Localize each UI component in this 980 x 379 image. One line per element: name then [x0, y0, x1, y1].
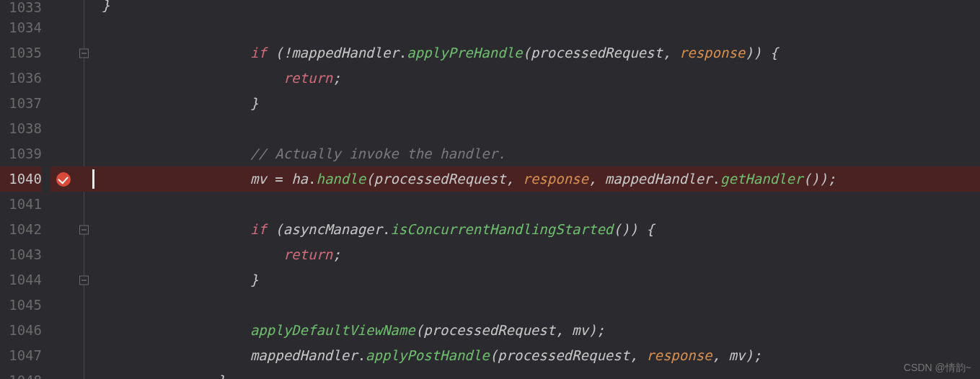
code-line[interactable]: applyDefaultViewName(processedRequest, m…	[96, 318, 980, 343]
code-line[interactable]: }	[96, 0, 980, 15]
line-number: 1043	[0, 242, 42, 267]
breakpoint-gutter[interactable]	[50, 0, 78, 379]
code-line[interactable]	[96, 15, 980, 40]
line-number: 1044	[0, 267, 42, 293]
code-line[interactable]	[96, 293, 980, 318]
fold-gutter[interactable]	[78, 0, 92, 379]
caret-column	[92, 0, 96, 379]
line-number: 1038	[0, 116, 42, 141]
line-number: 1037	[0, 91, 42, 116]
line-number: 1039	[0, 141, 42, 166]
watermark-label: CSDN @情韵~	[904, 362, 971, 375]
line-number: 1042	[0, 217, 42, 242]
line-number: 1048	[0, 368, 42, 379]
code-editor[interactable]: 1033 1034 1035 1036 1037 1038 1039 1040 …	[0, 0, 980, 379]
code-line[interactable]: // Actually invoke the handler.	[96, 141, 980, 166]
code-line[interactable]: return;	[96, 66, 980, 91]
line-number: 1036	[0, 66, 42, 91]
fold-marker-icon[interactable]	[79, 48, 89, 58]
line-number: 1047	[0, 343, 42, 368]
code-line[interactable]: }	[96, 368, 980, 379]
line-number: 1035	[0, 40, 42, 66]
code-line[interactable]: mv = ha.handle(processedRequest, respons…	[96, 166, 980, 192]
code-line[interactable]: }	[96, 267, 980, 293]
code-area[interactable]: } if (!mappedHandler.applyPreHandle(proc…	[96, 0, 980, 379]
line-number: 1045	[0, 293, 42, 318]
breakpoint-icon[interactable]	[56, 172, 71, 187]
line-number: 1046	[0, 318, 42, 343]
fold-marker-icon[interactable]	[79, 275, 89, 285]
text-caret-icon	[92, 169, 94, 189]
line-number: 1041	[0, 192, 42, 217]
code-line[interactable]	[96, 192, 980, 217]
code-line[interactable]	[96, 116, 980, 141]
code-line[interactable]: if (!mappedHandler.applyPreHandle(proces…	[96, 40, 980, 66]
line-number: 1034	[0, 15, 42, 40]
fold-marker-icon[interactable]	[79, 225, 89, 234]
line-number: 1040	[0, 166, 42, 192]
code-line[interactable]: return;	[96, 242, 980, 267]
line-number-gutter: 1033 1034 1035 1036 1037 1038 1039 1040 …	[0, 0, 50, 379]
code-line[interactable]: if (asyncManager.isConcurrentHandlingSta…	[96, 217, 980, 242]
line-number: 1033	[0, 0, 42, 15]
code-line[interactable]: }	[96, 91, 980, 116]
code-line[interactable]: mappedHandler.applyPostHandle(processedR…	[96, 343, 980, 368]
